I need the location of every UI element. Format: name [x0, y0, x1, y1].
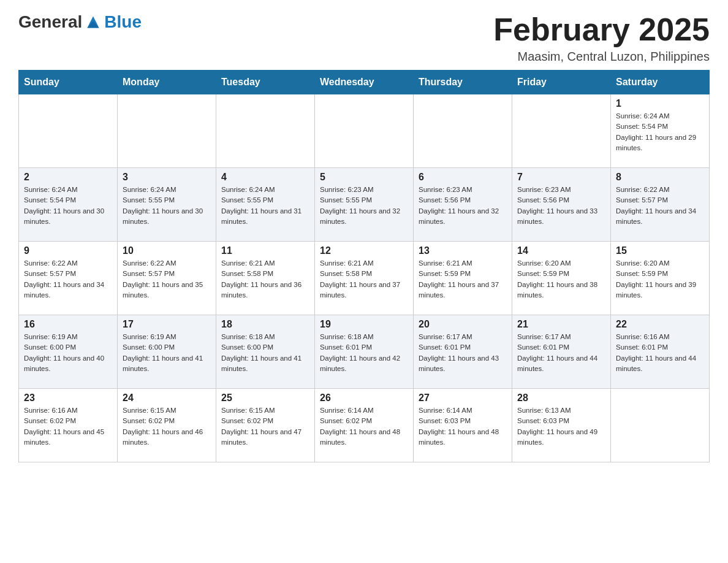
calendar-cell: 3Sunrise: 6:24 AMSunset: 5:55 PMDaylight…	[118, 168, 216, 242]
day-number: 26	[320, 393, 408, 404]
day-sun-info: Sunrise: 6:20 AMSunset: 5:59 PMDaylight:…	[616, 258, 704, 301]
calendar-week-row: 9Sunrise: 6:22 AMSunset: 5:57 PMDaylight…	[19, 242, 710, 315]
calendar-cell	[19, 94, 118, 168]
logo-icon	[83, 12, 103, 32]
calendar-cell	[611, 389, 710, 462]
calendar-week-row: 1Sunrise: 6:24 AMSunset: 5:54 PMDaylight…	[19, 94, 710, 168]
day-sun-info: Sunrise: 6:16 AMSunset: 6:01 PMDaylight:…	[616, 332, 704, 374]
day-sun-info: Sunrise: 6:24 AMSunset: 5:55 PMDaylight:…	[221, 185, 309, 227]
calendar-cell: 26Sunrise: 6:14 AMSunset: 6:02 PMDayligh…	[315, 389, 414, 462]
day-sun-info: Sunrise: 6:22 AMSunset: 5:57 PMDaylight:…	[24, 258, 112, 301]
day-sun-info: Sunrise: 6:19 AMSunset: 6:00 PMDaylight:…	[123, 332, 211, 374]
day-number: 9	[24, 245, 112, 256]
day-number: 13	[419, 245, 507, 256]
calendar-week-row: 23Sunrise: 6:16 AMSunset: 6:02 PMDayligh…	[19, 389, 710, 462]
day-number: 16	[24, 319, 112, 330]
calendar-cell	[118, 94, 216, 168]
day-number: 27	[419, 393, 507, 404]
calendar-cell: 25Sunrise: 6:15 AMSunset: 6:02 PMDayligh…	[216, 389, 315, 462]
day-of-week-header: Saturday	[611, 71, 710, 94]
day-sun-info: Sunrise: 6:24 AMSunset: 5:54 PMDaylight:…	[24, 185, 112, 227]
calendar-cell: 17Sunrise: 6:19 AMSunset: 6:00 PMDayligh…	[118, 315, 216, 389]
calendar-cell: 23Sunrise: 6:16 AMSunset: 6:02 PMDayligh…	[19, 389, 118, 462]
day-number: 25	[221, 393, 309, 404]
day-sun-info: Sunrise: 6:18 AMSunset: 6:00 PMDaylight:…	[221, 332, 309, 374]
calendar-cell: 16Sunrise: 6:19 AMSunset: 6:00 PMDayligh…	[19, 315, 118, 389]
calendar-cell: 2Sunrise: 6:24 AMSunset: 5:54 PMDaylight…	[19, 168, 118, 242]
day-number: 6	[419, 172, 507, 183]
day-sun-info: Sunrise: 6:23 AMSunset: 5:55 PMDaylight:…	[320, 185, 408, 227]
calendar-cell: 11Sunrise: 6:21 AMSunset: 5:58 PMDayligh…	[216, 242, 315, 315]
logo: General Blue	[18, 12, 142, 32]
logo-text-general: General	[18, 12, 82, 32]
day-sun-info: Sunrise: 6:21 AMSunset: 5:58 PMDaylight:…	[320, 258, 408, 301]
logo-text-blue: Blue	[104, 12, 142, 32]
day-of-week-header: Sunday	[19, 71, 118, 94]
day-number: 22	[616, 319, 704, 330]
day-sun-info: Sunrise: 6:14 AMSunset: 6:02 PMDaylight:…	[320, 405, 408, 448]
day-number: 12	[320, 245, 408, 256]
calendar-cell: 7Sunrise: 6:23 AMSunset: 5:56 PMDaylight…	[512, 168, 611, 242]
calendar-cell: 21Sunrise: 6:17 AMSunset: 6:01 PMDayligh…	[512, 315, 611, 389]
day-sun-info: Sunrise: 6:15 AMSunset: 6:02 PMDaylight:…	[123, 405, 211, 448]
day-number: 11	[221, 245, 309, 256]
calendar-cell: 9Sunrise: 6:22 AMSunset: 5:57 PMDaylight…	[19, 242, 118, 315]
calendar-cell	[315, 94, 414, 168]
calendar-cell: 13Sunrise: 6:21 AMSunset: 5:59 PMDayligh…	[414, 242, 512, 315]
location-subtitle: Maasim, Central Luzon, Philippines	[493, 50, 710, 64]
day-sun-info: Sunrise: 6:17 AMSunset: 6:01 PMDaylight:…	[517, 332, 605, 374]
calendar-week-row: 2Sunrise: 6:24 AMSunset: 5:54 PMDaylight…	[19, 168, 710, 242]
day-sun-info: Sunrise: 6:21 AMSunset: 5:58 PMDaylight:…	[221, 258, 309, 301]
day-number: 14	[517, 245, 605, 256]
day-number: 28	[517, 393, 605, 404]
day-sun-info: Sunrise: 6:22 AMSunset: 5:57 PMDaylight:…	[616, 185, 704, 227]
day-of-week-header: Tuesday	[216, 71, 315, 94]
page-header: General Blue February 2025 Maasim, Centr…	[18, 12, 710, 64]
day-sun-info: Sunrise: 6:20 AMSunset: 5:59 PMDaylight:…	[517, 258, 605, 301]
calendar-header: SundayMondayTuesdayWednesdayThursdayFrid…	[19, 71, 710, 94]
calendar-cell: 15Sunrise: 6:20 AMSunset: 5:59 PMDayligh…	[611, 242, 710, 315]
day-sun-info: Sunrise: 6:24 AMSunset: 5:54 PMDaylight:…	[616, 111, 704, 153]
day-number: 23	[24, 393, 112, 404]
calendar-cell: 22Sunrise: 6:16 AMSunset: 6:01 PMDayligh…	[611, 315, 710, 389]
day-of-week-header: Thursday	[414, 71, 512, 94]
day-of-week-header: Wednesday	[315, 71, 414, 94]
calendar-cell: 20Sunrise: 6:17 AMSunset: 6:01 PMDayligh…	[414, 315, 512, 389]
day-of-week-header: Monday	[118, 71, 216, 94]
calendar-cell: 6Sunrise: 6:23 AMSunset: 5:56 PMDaylight…	[414, 168, 512, 242]
day-sun-info: Sunrise: 6:16 AMSunset: 6:02 PMDaylight:…	[24, 405, 112, 448]
calendar-cell: 18Sunrise: 6:18 AMSunset: 6:00 PMDayligh…	[216, 315, 315, 389]
calendar-cell: 12Sunrise: 6:21 AMSunset: 5:58 PMDayligh…	[315, 242, 414, 315]
calendar-cell: 24Sunrise: 6:15 AMSunset: 6:02 PMDayligh…	[118, 389, 216, 462]
calendar-cell: 1Sunrise: 6:24 AMSunset: 5:54 PMDaylight…	[611, 94, 710, 168]
days-of-week-row: SundayMondayTuesdayWednesdayThursdayFrid…	[19, 71, 710, 94]
day-number: 4	[221, 172, 309, 183]
day-sun-info: Sunrise: 6:19 AMSunset: 6:00 PMDaylight:…	[24, 332, 112, 374]
calendar-cell: 14Sunrise: 6:20 AMSunset: 5:59 PMDayligh…	[512, 242, 611, 315]
day-number: 19	[320, 319, 408, 330]
day-sun-info: Sunrise: 6:23 AMSunset: 5:56 PMDaylight:…	[517, 185, 605, 227]
calendar-week-row: 16Sunrise: 6:19 AMSunset: 6:00 PMDayligh…	[19, 315, 710, 389]
day-sun-info: Sunrise: 6:22 AMSunset: 5:57 PMDaylight:…	[123, 258, 211, 301]
day-number: 8	[616, 172, 704, 183]
calendar-table: SundayMondayTuesdayWednesdayThursdayFrid…	[18, 70, 710, 462]
day-number: 20	[419, 319, 507, 330]
day-sun-info: Sunrise: 6:13 AMSunset: 6:03 PMDaylight:…	[517, 405, 605, 448]
day-sun-info: Sunrise: 6:18 AMSunset: 6:01 PMDaylight:…	[320, 332, 408, 374]
day-sun-info: Sunrise: 6:14 AMSunset: 6:03 PMDaylight:…	[419, 405, 507, 448]
day-number: 5	[320, 172, 408, 183]
calendar-cell: 5Sunrise: 6:23 AMSunset: 5:55 PMDaylight…	[315, 168, 414, 242]
calendar-cell: 28Sunrise: 6:13 AMSunset: 6:03 PMDayligh…	[512, 389, 611, 462]
day-number: 24	[123, 393, 211, 404]
day-sun-info: Sunrise: 6:23 AMSunset: 5:56 PMDaylight:…	[419, 185, 507, 227]
day-of-week-header: Friday	[512, 71, 611, 94]
day-sun-info: Sunrise: 6:21 AMSunset: 5:59 PMDaylight:…	[419, 258, 507, 301]
day-sun-info: Sunrise: 6:24 AMSunset: 5:55 PMDaylight:…	[123, 185, 211, 227]
day-sun-info: Sunrise: 6:15 AMSunset: 6:02 PMDaylight:…	[221, 405, 309, 448]
day-sun-info: Sunrise: 6:17 AMSunset: 6:01 PMDaylight:…	[419, 332, 507, 374]
calendar-cell: 4Sunrise: 6:24 AMSunset: 5:55 PMDaylight…	[216, 168, 315, 242]
title-block: February 2025 Maasim, Central Luzon, Phi…	[493, 12, 710, 64]
day-number: 21	[517, 319, 605, 330]
calendar-cell	[216, 94, 315, 168]
day-number: 1	[616, 98, 704, 109]
